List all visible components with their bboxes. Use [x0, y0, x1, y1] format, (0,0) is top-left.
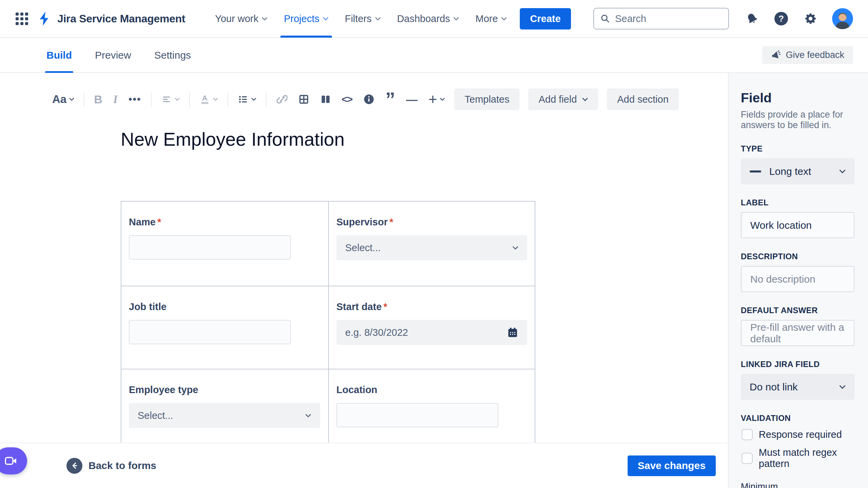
- chevron-down-icon: [305, 414, 311, 418]
- avatar-photo: [832, 8, 853, 29]
- chevron-down-icon: [582, 98, 588, 101]
- save-changes-button[interactable]: Save changes: [628, 455, 716, 476]
- divider-rule-button[interactable]: —: [405, 92, 419, 107]
- linked-jira-field-select[interactable]: Do not link: [741, 374, 854, 400]
- form-cell-name[interactable]: Name*: [121, 202, 329, 286]
- templates-button[interactable]: Templates: [454, 88, 519, 110]
- checkbox-unchecked[interactable]: [742, 429, 753, 440]
- add-section-button[interactable]: Add section: [607, 88, 679, 110]
- field-label-input[interactable]: Work location: [741, 212, 854, 238]
- minimum-label: Minimum: [741, 482, 854, 488]
- employee-type-select[interactable]: Select...: [129, 403, 320, 428]
- italic-button[interactable]: I: [112, 92, 119, 107]
- create-button[interactable]: Create: [520, 8, 571, 29]
- add-field-label: Add field: [538, 94, 577, 105]
- field-label: Job title: [129, 301, 166, 312]
- chevron-down-icon: [453, 17, 459, 21]
- job-title-text-input[interactable]: [129, 320, 291, 344]
- response-required-label: Response required: [759, 429, 842, 440]
- nav-dashboards[interactable]: Dashboards: [389, 0, 467, 38]
- search-icon: [600, 14, 610, 24]
- form-grid: Name* Supervisor* Select...: [121, 201, 535, 443]
- form-title[interactable]: New Employee Information: [121, 128, 728, 150]
- back-arrow-icon: [66, 458, 82, 474]
- supervisor-select[interactable]: Select...: [336, 235, 527, 260]
- field-label: Name: [129, 217, 156, 227]
- main-area: Aa B I •••: [0, 73, 868, 488]
- notifications-button[interactable]: [745, 11, 760, 26]
- back-to-forms-button[interactable]: Back to forms: [66, 458, 156, 474]
- jira-logo-icon: [37, 11, 53, 26]
- linked-jira-field-section-label: LINKED JIRA FIELD: [741, 360, 854, 369]
- text-color-dropdown[interactable]: A: [198, 93, 219, 106]
- field-description-input[interactable]: No description: [741, 266, 854, 292]
- tab-preview[interactable]: Preview: [83, 38, 143, 73]
- required-asterisk: *: [157, 217, 161, 227]
- checkbox-unchecked[interactable]: [742, 453, 753, 464]
- top-navbar: Jira Service Management Your work Projec…: [0, 0, 868, 38]
- regex-pattern-option[interactable]: Must match regex pattern: [742, 447, 854, 469]
- linked-jira-field-value: Do not link: [750, 381, 798, 393]
- panel-title: Field: [741, 90, 854, 105]
- form-cell-start-date[interactable]: Start date* e.g. 8/30/2022: [329, 286, 535, 369]
- quote-button[interactable]: ”: [384, 94, 397, 105]
- field-settings-panel: Field Fields provide a place for answers…: [728, 73, 868, 488]
- bold-button[interactable]: B: [93, 92, 104, 107]
- gear-icon: [804, 12, 817, 25]
- form-cell-job-title[interactable]: Job title: [121, 286, 329, 369]
- form-editor: Aa B I •••: [0, 73, 728, 488]
- primary-nav: Your work Projects Filters Dashboards Mo…: [207, 0, 515, 38]
- alignment-dropdown[interactable]: [160, 93, 181, 105]
- tab-build[interactable]: Build: [35, 38, 83, 73]
- tab-settings[interactable]: Settings: [143, 38, 202, 73]
- nav-more[interactable]: More: [467, 0, 515, 38]
- settings-button[interactable]: [803, 11, 818, 26]
- form-cell-location[interactable]: Location: [329, 369, 535, 443]
- layout-columns-button[interactable]: [319, 93, 332, 106]
- user-avatar[interactable]: [832, 8, 853, 29]
- video-widget-button[interactable]: [0, 447, 27, 474]
- list-dropdown[interactable]: [236, 93, 258, 106]
- start-date-picker[interactable]: e.g. 8/30/2022: [336, 320, 527, 345]
- chevron-down-icon: [175, 98, 180, 101]
- chevron-down-icon: [375, 17, 381, 21]
- default-answer-placeholder: Pre-fill answer with a default: [750, 322, 845, 345]
- code-block-button[interactable]: <>: [340, 92, 354, 106]
- regex-pattern-label: Must match regex pattern: [759, 447, 854, 469]
- link-button[interactable]: [275, 92, 289, 106]
- info-panel-button[interactable]: [362, 92, 376, 106]
- app-switcher-icon[interactable]: [16, 13, 28, 25]
- svg-text:A: A: [202, 94, 207, 102]
- default-answer-input[interactable]: Pre-fill answer with a default: [741, 320, 854, 346]
- field-label: Start date: [336, 301, 382, 312]
- add-field-button[interactable]: Add field: [528, 88, 598, 110]
- select-placeholder: Select...: [345, 242, 381, 253]
- search-input[interactable]: Search: [593, 8, 729, 29]
- give-feedback-button[interactable]: Give feedback: [762, 46, 853, 64]
- chevron-down-icon: [839, 169, 846, 174]
- insert-more-dropdown[interactable]: +: [427, 93, 447, 106]
- response-required-option[interactable]: Response required: [742, 429, 854, 440]
- label-section-label: LABEL: [741, 198, 854, 207]
- help-button[interactable]: ?: [774, 11, 789, 26]
- nav-your-work[interactable]: Your work: [207, 0, 276, 38]
- form-cell-supervisor[interactable]: Supervisor* Select...: [329, 202, 535, 286]
- chevron-down-icon: [213, 98, 218, 101]
- builder-actions: Templates Add field Add section: [454, 88, 679, 110]
- bottom-action-bar: Back to forms Save changes: [0, 443, 728, 488]
- text-style-dropdown[interactable]: Aa: [51, 92, 76, 107]
- more-formatting-button[interactable]: •••: [127, 92, 143, 106]
- location-text-input[interactable]: [336, 403, 498, 427]
- link-icon: [276, 94, 288, 105]
- default-answer-section-label: DEFAULT ANSWER: [741, 306, 854, 315]
- nav-projects[interactable]: Projects: [276, 0, 337, 38]
- chevron-down-icon: [839, 385, 846, 389]
- field-label-value: Work location: [750, 220, 812, 231]
- name-text-input[interactable]: [129, 235, 291, 260]
- form-cell-employee-type[interactable]: Employee type Select...: [121, 369, 329, 443]
- bell-icon: [746, 12, 758, 25]
- table-button[interactable]: [297, 93, 311, 106]
- nav-filters[interactable]: Filters: [337, 0, 389, 38]
- field-label: Supervisor: [336, 217, 388, 227]
- field-type-select[interactable]: Long text: [741, 158, 854, 184]
